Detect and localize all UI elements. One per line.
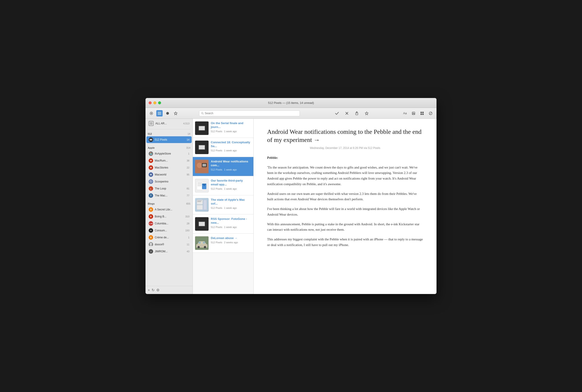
minimize-button[interactable] bbox=[153, 102, 156, 104]
sidebar-section-512: 512 14 512 Pixels 14 bbox=[145, 130, 193, 144]
svg-rect-58 bbox=[203, 242, 205, 244]
reading-pane: Android Wear notifications coming to the… bbox=[254, 119, 437, 294]
unread-btn[interactable] bbox=[164, 110, 171, 116]
window-title: 512 Pixels — (15 items, 14 unread) bbox=[268, 101, 314, 104]
sidebar-section-title-blogs: Blogs bbox=[148, 202, 155, 205]
svg-point-60 bbox=[204, 246, 206, 248]
512pixels-icon bbox=[149, 138, 153, 142]
svg-rect-23 bbox=[150, 124, 152, 124]
article-body: Pebble: 'Tis the season for anticipation… bbox=[267, 155, 423, 248]
settings-button[interactable]: ⚙ bbox=[156, 288, 159, 292]
search-input[interactable] bbox=[205, 112, 298, 115]
sidebar-item-all-articles[interactable]: ALL AR... 4,513 bbox=[146, 119, 192, 128]
grid-button[interactable] bbox=[419, 110, 425, 116]
svg-rect-4 bbox=[158, 114, 161, 115]
ifoapplestore-icon: 🏪 bbox=[149, 152, 153, 156]
article-item-2[interactable]: Connected 18: Conceptually Sa... 512 Pix… bbox=[193, 138, 253, 157]
sidebar-item-theloop[interactable]: L The Loop 81 bbox=[146, 185, 192, 192]
sidebar-item-asecretlibr[interactable]: B A Secret Libr... bbox=[146, 206, 192, 213]
list-view-btn[interactable] bbox=[156, 110, 163, 116]
article-meta-6: 512 Pixels 1 week ago bbox=[211, 226, 251, 228]
close-button[interactable] bbox=[149, 102, 152, 104]
svg-rect-21 bbox=[150, 122, 152, 123]
mark-read-button[interactable] bbox=[334, 110, 340, 116]
sidebar-item-macworld[interactable]: M Macworld 95 bbox=[146, 171, 192, 178]
sidebar-item-columbia[interactable]: CJR Columbia... 28 bbox=[146, 220, 192, 227]
sidebar-item-asecretlibr-label: A Secret Libr... bbox=[155, 208, 188, 211]
sidebar-item-scooperino[interactable]: Scooperino bbox=[146, 178, 192, 185]
sidebar-bottom: + ↻ ⚙ bbox=[145, 286, 193, 294]
article-thumb-7 bbox=[195, 236, 209, 250]
sidebar-section-header-blogs: Blogs 655 bbox=[145, 201, 193, 206]
star-button[interactable] bbox=[364, 110, 370, 116]
search-bar[interactable] bbox=[199, 110, 300, 116]
svg-point-1 bbox=[151, 113, 152, 114]
article-item-1[interactable]: On the Serial finale and journ... 512 Pi… bbox=[193, 119, 253, 138]
article-source-5: 512 Pixels bbox=[211, 206, 222, 209]
svg-marker-6 bbox=[174, 112, 177, 115]
themac-icon: T bbox=[149, 193, 153, 198]
block-button[interactable] bbox=[428, 110, 434, 116]
sidebar-item-macrumors[interactable]: M MacRum... 38 bbox=[146, 157, 192, 164]
cremede-icon: B bbox=[149, 235, 153, 240]
svg-rect-2 bbox=[158, 112, 161, 112]
article-content-3: Android Wear notifications com... 512 Pi… bbox=[211, 160, 251, 171]
sidebar-section-header-apple: Apple 314 bbox=[145, 145, 193, 150]
article-paragraph-1: 'Tis the season for anticipation. We cou… bbox=[267, 165, 423, 187]
sidebar-item-jimrom[interactable]: J JIMROM... 43 bbox=[146, 248, 192, 255]
sidebar-item-themac-label: The Mac... bbox=[155, 194, 186, 197]
article-item-3[interactable]: Android Wear notifications com... 512 Pi… bbox=[193, 157, 253, 176]
sidebar: ALL AR... 4,513 512 14 512 Pixels 14 bbox=[145, 119, 193, 294]
article-item-5[interactable]: The state of Apple's Mac sof... 512 Pixe… bbox=[193, 195, 253, 214]
article-content-5: The state of Apple's Mac sof... 512 Pixe… bbox=[211, 198, 251, 209]
svg-rect-46 bbox=[197, 186, 201, 186]
article-source-4: 512 Pixels bbox=[211, 188, 222, 190]
starred-btn[interactable] bbox=[172, 110, 179, 116]
article-item-7[interactable]: DeLorean abuse → 512 Pixels 2 weeks ago bbox=[193, 234, 253, 253]
maximize-button[interactable] bbox=[158, 102, 161, 104]
article-paragraph-3: I've been thinking a lot about how the P… bbox=[267, 206, 423, 218]
sidebar-item-512pixels[interactable]: 512 Pixels 14 bbox=[146, 136, 192, 143]
asecretlibr-icon: B bbox=[149, 207, 153, 212]
article-meta-7: 512 Pixels 2 weeks ago bbox=[211, 241, 251, 244]
svg-point-59 bbox=[197, 246, 200, 248]
article-meta-3: 512 Pixels 1 week ago bbox=[211, 168, 251, 171]
sidebar-item-dooce-label: dooce® bbox=[155, 243, 186, 246]
svg-rect-57 bbox=[198, 242, 201, 244]
sidebar-item-macstories-label: MacStories bbox=[155, 166, 186, 169]
article-content-2: Connected 18: Conceptually Sa... 512 Pix… bbox=[211, 140, 251, 152]
font-button[interactable]: Aa bbox=[402, 110, 408, 116]
consum-icon bbox=[149, 228, 153, 233]
sidebar-item-cremede[interactable]: B Crème de... 1 bbox=[146, 234, 192, 241]
svg-rect-54 bbox=[197, 202, 201, 202]
article-source-7: 512 Pixels bbox=[211, 241, 222, 244]
sidebar-item-jimrom-count: 43 bbox=[187, 250, 189, 253]
rss-button[interactable] bbox=[410, 110, 417, 116]
article-time-5: 1 week ago bbox=[224, 206, 237, 209]
share-button[interactable] bbox=[354, 110, 360, 116]
theloop-icon: L bbox=[149, 186, 153, 191]
sidebar-all-articles-label: ALL AR... bbox=[155, 122, 183, 125]
sidebar-item-ifoapplestore[interactable]: 🏪 ifoAppleStore 1 bbox=[146, 150, 192, 157]
article-meta-4: 512 Pixels 1 week ago bbox=[211, 188, 251, 190]
add-feed-button[interactable]: + bbox=[148, 288, 150, 292]
sidebar-item-consum[interactable]: Consum... 193 bbox=[146, 227, 192, 234]
sidebar-item-macstories[interactable]: M MacStories 22 bbox=[146, 164, 192, 171]
sidebar-section-title-apple: Apple bbox=[148, 146, 155, 149]
article-item-4[interactable]: Our favorite third-party email app... 51… bbox=[193, 176, 253, 195]
window-controls bbox=[149, 102, 161, 104]
sidebar-section-title-512: 512 bbox=[148, 132, 152, 135]
sidebar-item-themac[interactable]: T The Mac... 77 bbox=[146, 192, 192, 199]
article-thumb-4 bbox=[195, 179, 209, 192]
sidebar-item-boingb[interactable]: B Boing B... 310 bbox=[146, 213, 192, 220]
sidebar-section-apple: Apple 314 🏪 ifoAppleStore 1 M MacRum... … bbox=[145, 144, 193, 200]
article-time-3: 1 week ago bbox=[224, 168, 237, 171]
refresh-button[interactable]: ↻ bbox=[152, 288, 154, 292]
remove-button[interactable] bbox=[344, 110, 350, 116]
article-content-1: On the Serial finale and journ... 512 Pi… bbox=[211, 122, 251, 133]
sidebar-item-dooce[interactable]: dooce® 11 bbox=[146, 241, 192, 248]
article-item-6[interactable]: RSS Sponsor: FotoGone - new... 512 Pixel… bbox=[193, 214, 253, 234]
article-source-1: 512 Pixels bbox=[211, 130, 222, 133]
sidebar-item-theloop-label: The Loop bbox=[155, 187, 186, 190]
view-toggle-btn[interactable] bbox=[148, 110, 154, 116]
